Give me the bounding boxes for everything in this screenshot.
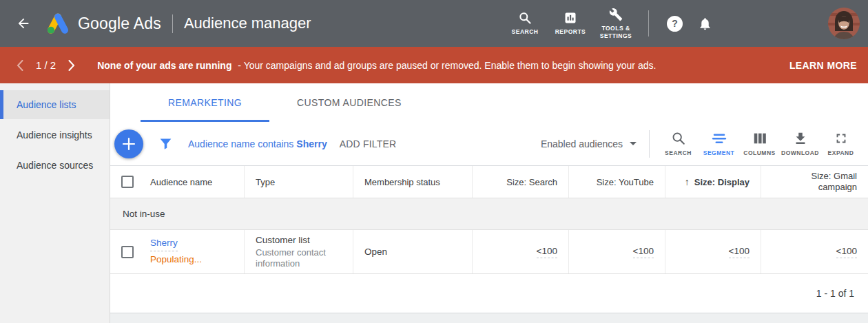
header-vertical-divider — [648, 10, 649, 37]
cell-size-gmail: <100 — [761, 230, 868, 273]
columns-icon — [752, 131, 767, 146]
header-divider — [172, 14, 173, 33]
nav-tools-settings[interactable]: TOOLS & SETTINGS — [594, 8, 638, 39]
google-ads-logo[interactable] — [44, 11, 70, 37]
audience-view-dropdown[interactable]: Enabled audiences — [541, 138, 637, 149]
nav-reports-label: REPORTS — [555, 28, 586, 36]
bell-icon — [698, 17, 712, 31]
expand-icon — [834, 131, 849, 146]
column-label: Size: Display — [694, 177, 750, 187]
tab-bar: REMARKETING CUSTOM AUDIENCES — [110, 83, 868, 122]
notification-banner: 1 / 2 None of your ads are running - You… — [0, 47, 868, 83]
column-header-type[interactable]: Type — [245, 166, 353, 198]
segment-label: SEGMENT — [703, 149, 735, 156]
chevron-right-icon[interactable] — [65, 59, 78, 72]
size-gmail-value[interactable]: <100 — [836, 246, 857, 258]
reports-icon — [564, 11, 577, 25]
table-row: Sherry Populating... Customer list Custo… — [110, 230, 868, 274]
row-checkbox[interactable] — [121, 246, 134, 258]
download-label: DOWNLOAD — [781, 149, 819, 156]
column-header-size-search[interactable]: Size: Search — [473, 166, 569, 198]
tools-settings-icon — [609, 8, 623, 21]
cell-membership-status: Open — [353, 230, 473, 273]
banner-message-title: None of your ads are running — [97, 60, 231, 71]
expand-button[interactable]: EXPAND — [820, 131, 861, 156]
banner-page-indicator: 1 / 2 — [36, 59, 56, 71]
avatar[interactable] — [828, 8, 860, 39]
sidebar-item-label: Audience sources — [17, 160, 93, 171]
add-filter-button[interactable]: ADD FILTER — [340, 138, 397, 149]
add-audience-button[interactable] — [114, 129, 143, 158]
column-label: Type — [256, 177, 275, 187]
size-display-value[interactable]: <100 — [729, 246, 750, 258]
name-stack: Sherry Populating... — [150, 237, 202, 267]
brand-name: Google Ads — [78, 14, 161, 33]
column-header-size-gmail[interactable]: Size: Gmail campaign — [761, 166, 868, 198]
audiences-card: REMARKETING CUSTOM AUDIENCES Audience na… — [110, 83, 868, 313]
pagination-label: 1 - 1 of 1 — [816, 288, 854, 299]
column-header-size-youtube[interactable]: Size: YouTube — [569, 166, 665, 198]
expand-label: EXPAND — [828, 149, 854, 156]
active-filter-chip[interactable]: Audience name containsSherry — [188, 138, 327, 149]
table-search-button[interactable]: SEARCH — [658, 131, 699, 156]
columns-button[interactable]: COLUMNS — [739, 131, 780, 156]
app-header: Google Ads Audience manager SEARCH REPOR… — [0, 0, 868, 47]
cell-size-search: <100 — [473, 230, 569, 273]
size-youtube-value[interactable]: <100 — [633, 246, 654, 258]
download-icon — [793, 131, 808, 146]
group-label: Not in-use — [123, 209, 165, 219]
chevron-left-icon[interactable] — [14, 59, 26, 72]
search-icon — [518, 11, 532, 25]
learn-more-button[interactable]: LEARN MORE — [789, 60, 857, 71]
membership-status-value: Open — [364, 247, 387, 257]
type-value: Customer list — [256, 234, 310, 247]
sidebar-item-audience-sources[interactable]: Audience sources — [0, 151, 110, 180]
sort-up-icon: ↑ — [685, 176, 690, 187]
main-area: Audience lists Audience insights Audienc… — [0, 83, 868, 323]
download-button[interactable]: DOWNLOAD — [780, 131, 820, 156]
column-label: Audience name — [150, 177, 212, 187]
size-search-value[interactable]: <100 — [537, 246, 557, 258]
search-icon — [671, 131, 686, 146]
filter-chip-label: Audience name contains — [188, 138, 293, 149]
sidebar-item-label: Audience insights — [17, 129, 92, 140]
table-search-label: SEARCH — [665, 149, 692, 156]
plus-icon — [122, 137, 136, 151]
notifications-button[interactable] — [698, 17, 712, 31]
column-header-membership-status[interactable]: Membership status — [353, 166, 473, 198]
sidebar-item-label: Audience lists — [17, 99, 76, 110]
cell-size-display: <100 — [665, 230, 761, 273]
sidebar-item-audience-insights[interactable]: Audience insights — [0, 121, 110, 149]
content-area: REMARKETING CUSTOM AUDIENCES Audience na… — [110, 83, 868, 323]
dropdown-caret-icon — [630, 142, 637, 145]
page-title: Audience manager — [184, 14, 311, 32]
banner-message: None of your ads are running - Your camp… — [97, 60, 656, 71]
tab-custom-audiences[interactable]: CUSTOM AUDIENCES — [269, 83, 429, 122]
sidebar: Audience lists Audience insights Audienc… — [0, 83, 110, 323]
banner-pager: 1 / 2 — [14, 59, 78, 72]
help-icon[interactable]: ? — [667, 16, 683, 32]
nav-tools-settings-label: TOOLS & SETTINGS — [594, 25, 638, 39]
back-arrow-icon — [16, 16, 31, 31]
back-button[interactable] — [10, 10, 37, 37]
cell-type: Customer list Customer contact informati… — [245, 230, 353, 273]
nav-search[interactable]: SEARCH — [503, 11, 547, 36]
type-detail: Customer contact information — [256, 247, 338, 270]
segment-button[interactable]: SEGMENT — [699, 131, 739, 156]
group-row-not-in-use: Not in-use — [110, 198, 868, 230]
filter-chip-value: Sherry — [296, 138, 327, 149]
audience-name-link[interactable]: Sherry — [150, 237, 178, 251]
banner-message-body: - Your campaigns and ad groups are pause… — [238, 60, 656, 71]
cell-audience-name: Sherry Populating... — [110, 230, 245, 273]
nav-reports[interactable]: REPORTS — [548, 11, 592, 36]
column-header-audience-name[interactable]: Audience name — [110, 166, 245, 198]
column-header-size-display[interactable]: ↑ Size: Display — [665, 166, 761, 198]
populating-status: Populating... — [150, 253, 202, 267]
filter-funnel-icon[interactable] — [158, 136, 173, 151]
cell-size-youtube: <100 — [569, 230, 665, 273]
sidebar-item-audience-lists[interactable]: Audience lists — [0, 90, 110, 119]
column-label: Size: YouTube — [597, 177, 654, 187]
select-all-checkbox[interactable] — [121, 176, 134, 188]
type-stack: Customer list Customer contact informati… — [256, 234, 338, 269]
tab-remarketing[interactable]: REMARKETING — [141, 83, 269, 122]
